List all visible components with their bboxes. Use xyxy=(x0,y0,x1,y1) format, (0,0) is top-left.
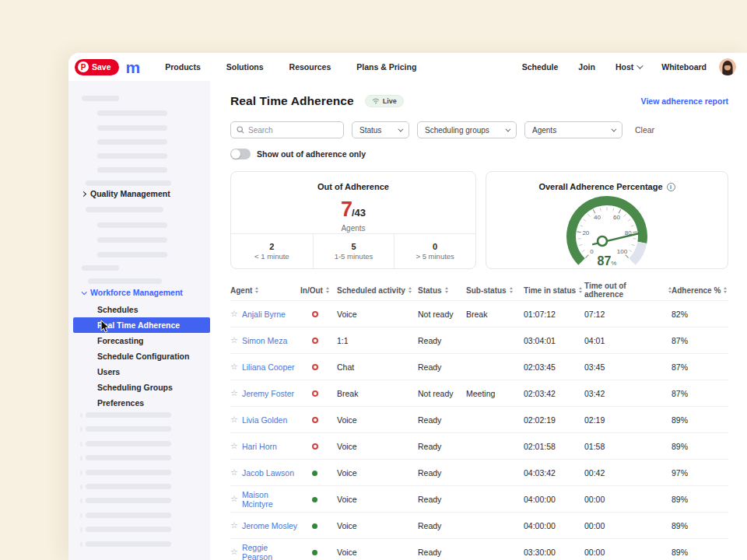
sidebar-item-real-time-adherence[interactable]: Real Time Adherence xyxy=(73,317,210,333)
view-adherence-report-link[interactable]: View adherence report xyxy=(641,96,728,106)
cell-scheduled-activity: Voice xyxy=(337,495,418,504)
sort-icon xyxy=(510,287,513,293)
table-body: ☆Anjali ByrneVoiceNot readyBreak01:07:12… xyxy=(230,300,728,560)
sort-icon xyxy=(255,287,258,293)
sort-icon xyxy=(724,287,727,293)
table-row[interactable]: ☆Maison McintyreVoiceReady04:00:0000:008… xyxy=(230,485,728,512)
cell-time-out-of-adherence: 00:42 xyxy=(584,468,672,478)
sidebar-item-scheduling-groups[interactable]: Scheduling Groups xyxy=(68,380,210,395)
nav-link-plans-pricing[interactable]: Plans & Pricing xyxy=(356,62,416,72)
sidebar-skeleton-chevron xyxy=(80,471,82,475)
nav-link-resources[interactable]: Resources xyxy=(289,62,331,72)
chevron-down-icon xyxy=(398,126,403,131)
sidebar-skeleton-bar xyxy=(97,237,167,243)
card-title: Out of Adherence xyxy=(231,182,475,191)
agent-link[interactable]: Hari Horn xyxy=(242,442,277,451)
filter-dropdown-agents[interactable]: Agents xyxy=(524,121,622,138)
sidebar-skeleton-bar xyxy=(86,441,171,446)
table-row[interactable]: ☆Reggie PearsonVoiceReady03:30:0000:0089… xyxy=(230,538,728,560)
agent-link[interactable]: Simon Meza xyxy=(242,336,287,345)
out-of-adherence-total: /43 xyxy=(352,207,366,219)
sidebar-item-schedule-configuration[interactable]: Schedule Configuration xyxy=(68,348,210,364)
dropdown-label: Status xyxy=(359,126,381,135)
nav-link-products[interactable]: Products xyxy=(165,62,201,72)
column-header-status[interactable]: Status xyxy=(418,286,466,295)
sidebar-skeleton-bar xyxy=(97,139,167,145)
sort-icon xyxy=(445,287,448,293)
info-icon[interactable] xyxy=(667,183,675,191)
table-row[interactable]: ☆Jacob LawsonVoiceReady04:03:4200:4297% xyxy=(230,459,728,485)
sidebar-skeleton-bar xyxy=(86,426,171,432)
star-icon[interactable]: ☆ xyxy=(230,415,238,424)
sidebar-skeleton-bar xyxy=(86,470,171,475)
sidebar-item-users[interactable]: Users xyxy=(68,364,210,380)
agent-link[interactable]: Livia Golden xyxy=(242,415,287,425)
star-icon[interactable]: ☆ xyxy=(230,442,238,450)
app-window: P Save m ProductsSolutionsResourcesPlans… xyxy=(68,53,747,560)
cell-time-out-of-adherence: 07:12 xyxy=(584,310,672,319)
sidebar-item-label: Schedule Configuration xyxy=(97,352,189,361)
table-row[interactable]: ☆Livia GoldenVoiceReady02:02:1902:1989% xyxy=(230,406,728,432)
column-header-time-in-status[interactable]: Time in status xyxy=(524,286,584,295)
star-icon[interactable]: ☆ xyxy=(230,362,238,371)
sidebar-item-schedules[interactable]: Schedules xyxy=(68,302,210,317)
pinterest-save-button[interactable]: P Save xyxy=(75,59,119,75)
agent-link[interactable]: Reggie Pearson xyxy=(242,543,300,560)
agent-link[interactable]: Liliana Cooper xyxy=(242,362,295,372)
star-icon[interactable]: ☆ xyxy=(230,548,238,556)
app-logo[interactable]: m xyxy=(126,59,140,75)
bucket-label: 1-5 minutes xyxy=(335,252,374,261)
search-input[interactable] xyxy=(248,126,338,135)
star-icon[interactable]: ☆ xyxy=(230,310,238,318)
toggle-knob xyxy=(231,149,240,159)
column-header-scheduled-activity[interactable]: Scheduled activity xyxy=(337,286,418,295)
nav-link-host[interactable]: Host xyxy=(615,62,641,72)
star-icon[interactable]: ☆ xyxy=(230,521,238,530)
sort-icon xyxy=(579,287,582,293)
agent-link[interactable]: Maison Mcintyre xyxy=(242,490,300,509)
table-row[interactable]: ☆Liliana CooperChatReady02:03:4503:4587% xyxy=(230,353,728,380)
table-row[interactable]: ☆Jerome MosleyVoiceReady04:00:0000:0089% xyxy=(230,512,728,538)
sidebar-item-preferences[interactable]: Preferences xyxy=(68,395,210,411)
sort-icon xyxy=(409,287,412,293)
table-row[interactable]: ☆Hari HornVoiceReady02:01:5801:5889% xyxy=(230,432,728,459)
nav-link-join[interactable]: Join xyxy=(578,62,595,72)
nav-link-schedule[interactable]: Schedule xyxy=(522,62,559,72)
sidebar-item-quality-management[interactable]: Quality Management xyxy=(82,189,170,198)
sidebar-skeleton-bar xyxy=(97,110,167,116)
search-box[interactable] xyxy=(230,121,344,138)
column-header-in-out[interactable]: In/Out xyxy=(300,286,337,295)
agent-link[interactable]: Jeremy Foster xyxy=(242,389,294,398)
star-icon[interactable]: ☆ xyxy=(230,495,238,503)
agent-link[interactable]: Jerome Mosley xyxy=(242,521,297,530)
cell-adherence: 82% xyxy=(672,310,728,319)
column-header-time-out-of-adherence[interactable]: Time out of adherence xyxy=(584,282,672,299)
table-row[interactable]: ☆Anjali ByrneVoiceNot readyBreak01:07:12… xyxy=(230,300,728,327)
table-header: AgentIn/OutScheduled activityStatusSub-s… xyxy=(230,280,728,300)
filters-row: StatusScheduling groupsAgentsClear xyxy=(230,121,728,138)
sidebar-item-workforce-management[interactable]: Workforce Management xyxy=(82,288,183,297)
agent-link[interactable]: Jacob Lawson xyxy=(242,468,294,478)
sidebar-item-forecasting[interactable]: Forecasting xyxy=(68,333,210,348)
out-of-adherence-dot xyxy=(312,443,318,450)
cell-adherence: 89% xyxy=(672,521,728,530)
star-icon[interactable]: ☆ xyxy=(230,389,238,397)
column-header-adherence[interactable]: Adherence % xyxy=(672,286,728,295)
clear-filters-button[interactable]: Clear xyxy=(635,125,654,135)
star-icon[interactable]: ☆ xyxy=(230,468,238,477)
column-header-agent[interactable]: Agent xyxy=(230,286,300,295)
filter-dropdown-scheduling-groups[interactable]: Scheduling groups xyxy=(417,121,517,138)
table-row[interactable]: ☆Simon Meza1:1Ready03:04:0104:0187% xyxy=(230,327,728,353)
user-avatar[interactable] xyxy=(719,58,736,75)
table-row[interactable]: ☆Jeremy FosterBreakNot readyMeeting02:03… xyxy=(230,380,728,406)
adherence-table: AgentIn/OutScheduled activityStatusSub-s… xyxy=(230,280,728,560)
nav-link-whiteboard[interactable]: Whiteboard xyxy=(661,62,707,72)
cell-time-in-status: 02:02:19 xyxy=(524,415,584,425)
star-icon[interactable]: ☆ xyxy=(230,336,238,345)
nav-link-solutions[interactable]: Solutions xyxy=(226,62,264,72)
agent-link[interactable]: Anjali Byrne xyxy=(242,310,286,319)
sidebar-item-label: Users xyxy=(97,367,120,376)
out-of-adherence-toggle[interactable] xyxy=(230,149,251,159)
filter-dropdown-status[interactable]: Status xyxy=(352,121,409,138)
column-header-sub-status[interactable]: Sub-status xyxy=(466,286,524,295)
